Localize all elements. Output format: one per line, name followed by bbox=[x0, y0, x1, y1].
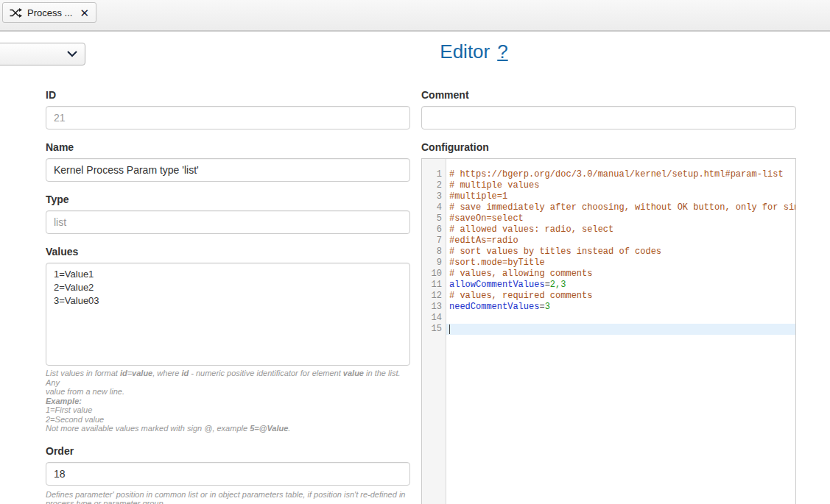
values-help: List values in format id=value, where id… bbox=[46, 369, 410, 433]
line-number: 13 bbox=[422, 302, 446, 313]
configuration-editor[interactable]: 123456789101112131415 # https://bgerp.or… bbox=[421, 158, 796, 504]
code-line[interactable]: # multiple values bbox=[446, 180, 795, 191]
chevron-down-icon bbox=[67, 51, 77, 57]
tab-label: Process ... bbox=[27, 7, 72, 18]
line-number: 12 bbox=[422, 291, 446, 302]
page-header: Editor? bbox=[118, 40, 830, 63]
editor-screen: Process ... ✕ Editor? ID Name Type Value… bbox=[0, 0, 830, 504]
code-line[interactable]: # https://bgerp.org/doc/3.0/manual/kerne… bbox=[446, 169, 795, 180]
name-field[interactable] bbox=[46, 158, 410, 182]
code-line[interactable]: #multiple=1 bbox=[446, 191, 795, 202]
code-line[interactable]: allowCommentValues=2,3 bbox=[446, 280, 795, 291]
code-line[interactable]: # values, required comments bbox=[446, 291, 795, 302]
line-number: 11 bbox=[422, 280, 446, 291]
text-cursor bbox=[449, 324, 450, 334]
line-number: 6 bbox=[422, 224, 446, 235]
id-label: ID bbox=[46, 89, 410, 101]
order-field[interactable] bbox=[46, 462, 410, 486]
left-column: ID Name Type Values 1=Value1 2=Value2 3=… bbox=[46, 83, 410, 504]
type-field bbox=[46, 210, 410, 234]
code-line[interactable] bbox=[446, 313, 795, 324]
line-number: 2 bbox=[422, 180, 446, 191]
param-type-select[interactable] bbox=[0, 43, 85, 65]
code-line[interactable]: #saveOn=select bbox=[446, 213, 795, 224]
tab-bar: Process ... ✕ bbox=[0, 0, 830, 32]
values-field[interactable]: 1=Value1 2=Value2 3=Value03 bbox=[46, 263, 410, 366]
code-line[interactable]: needCommentValues=3 bbox=[446, 302, 795, 313]
line-number: 15 bbox=[422, 324, 446, 335]
right-column: Comment Configuration 123456789101112131… bbox=[421, 83, 796, 504]
tab-process[interactable]: Process ... ✕ bbox=[2, 2, 96, 23]
line-number: 8 bbox=[422, 246, 446, 258]
line-number: 7 bbox=[422, 235, 446, 246]
comment-label: Comment bbox=[421, 89, 796, 101]
code-gutter: 123456789101112131415 bbox=[422, 159, 446, 504]
line-number: 5 bbox=[422, 213, 446, 224]
name-label: Name bbox=[46, 141, 410, 153]
code-line[interactable]: #sort.mode=byTitle bbox=[446, 258, 795, 269]
line-number: 14 bbox=[422, 313, 446, 324]
id-field bbox=[46, 106, 410, 129]
help-link[interactable]: ? bbox=[497, 40, 507, 63]
line-number: 10 bbox=[422, 269, 446, 280]
code-line[interactable]: # sort values by titles instead of codes bbox=[446, 246, 795, 258]
shuffle-icon bbox=[10, 8, 22, 18]
line-number: 1 bbox=[422, 169, 446, 180]
type-label: Type bbox=[46, 194, 410, 205]
code-line[interactable]: #editAs=radio bbox=[446, 235, 795, 246]
code-line[interactable]: # save immediately after choosing, witho… bbox=[446, 202, 795, 213]
page-title: Editor bbox=[440, 40, 490, 63]
line-number: 4 bbox=[422, 202, 446, 213]
close-icon[interactable]: ✕ bbox=[80, 7, 89, 18]
code-line[interactable] bbox=[446, 324, 795, 335]
line-number: 9 bbox=[422, 258, 446, 269]
configuration-label: Configuration bbox=[421, 141, 796, 153]
values-label: Values bbox=[46, 246, 410, 258]
code-line[interactable]: # values, allowing comments bbox=[446, 269, 795, 280]
line-number: 3 bbox=[422, 191, 446, 202]
code-lines[interactable]: # https://bgerp.org/doc/3.0/manual/kerne… bbox=[446, 159, 795, 504]
code-line[interactable]: # allowed values: radio, select bbox=[446, 224, 795, 235]
order-help: Defines parameter' position in common li… bbox=[46, 490, 410, 504]
order-label: Order bbox=[46, 445, 410, 457]
comment-field[interactable] bbox=[421, 106, 796, 129]
